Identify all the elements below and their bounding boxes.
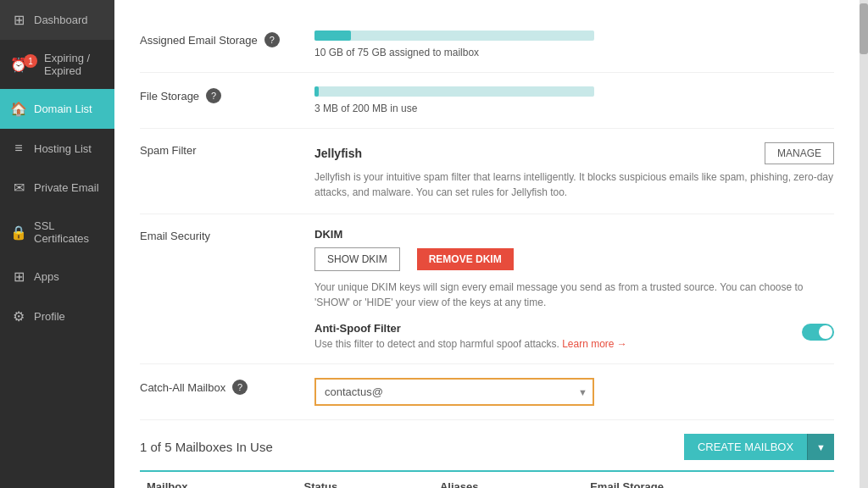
file-storage-row: File Storage ? 3 MB of 200 MB in use (140, 73, 834, 129)
sidebar-item-expiring[interactable]: ⏰ 1 Expiring / Expired (0, 40, 114, 89)
dashboard-icon: ⊞ (10, 12, 27, 28)
sidebar-item-label: Private Email (34, 181, 99, 194)
email-storage-text: 10 GB of 75 GB assigned to mailbox (314, 47, 479, 58)
dkim-buttons: SHOW DKIM REMOVE DKIM (314, 247, 834, 271)
sidebar-item-apps[interactable]: ⊞ Apps (0, 257, 114, 297)
learn-more-link[interactable]: Learn more → (562, 338, 627, 350)
antispoof-desc: Use this filter to detect and stop harmf… (314, 338, 793, 350)
mailboxes-header: 1 of 5 Mailboxes In Use CREATE MAILBOX ▼ (140, 420, 834, 470)
sidebar-item-label: SSL Certificates (34, 219, 104, 245)
email-security-label: Email Security (140, 228, 301, 242)
sidebar-item-label: Apps (34, 270, 59, 283)
col-email-storage: Email Storage (583, 471, 834, 488)
spam-filter-content: Jellyfish MANAGE Jellyfish is your intui… (314, 142, 834, 200)
mailbox-table: Mailbox Status Aliases Email Storage 0.0… (140, 470, 834, 488)
antispoof-row: Anti-Spoof Filter Use this filter to det… (314, 322, 834, 350)
sidebar-item-label: Expiring / Expired (44, 52, 104, 77)
scrollbar[interactable] (860, 0, 868, 488)
sidebar-item-label: Domain List (34, 103, 92, 115)
mailboxes-count: 1 of 5 Mailboxes In Use (140, 440, 273, 454)
sidebar-item-dashboard[interactable]: ⊞ Dashboard (0, 0, 114, 40)
file-storage-help-icon[interactable]: ? (206, 88, 221, 103)
assigned-email-storage-row: Assigned Email Storage ? 10 GB of 75 GB … (140, 17, 834, 73)
email-icon: ✉ (10, 180, 27, 196)
col-aliases: Aliases (433, 471, 583, 488)
main-content: Assigned Email Storage ? 10 GB of 75 GB … (114, 0, 860, 488)
expiring-badge: 1 (24, 54, 37, 68)
spam-filter-row: Spam Filter Jellyfish MANAGE Jellyfish i… (140, 129, 834, 214)
create-mailbox-button-group: CREATE MAILBOX ▼ (684, 434, 834, 460)
catch-all-help-icon[interactable]: ? (232, 380, 248, 395)
antispoof-text: Anti-Spoof Filter Use this filter to det… (314, 322, 793, 350)
assigned-email-help-icon[interactable]: ? (264, 32, 280, 47)
toggle-knob (819, 325, 832, 339)
sidebar-item-label: Dashboard (34, 14, 88, 26)
domain-icon: 🏠 (10, 101, 27, 117)
expiring-icon-wrap: ⏰ 1 (10, 57, 37, 73)
manage-button[interactable]: MANAGE (765, 142, 834, 164)
catch-all-content: contactus@ ▼ (314, 378, 834, 406)
catch-all-select-wrap: contactus@ ▼ (314, 378, 594, 406)
spam-filter-name: Jellyfish (314, 147, 362, 160)
sidebar-item-hosting-list[interactable]: ≡ Hosting List (0, 129, 114, 168)
sidebar-item-label: Hosting List (34, 142, 92, 155)
apps-icon: ⊞ (10, 269, 27, 285)
sidebar: ⊞ Dashboard ⏰ 1 Expiring / Expired 🏠 Dom… (0, 0, 114, 488)
file-storage-text: 3 MB of 200 MB in use (314, 103, 417, 114)
file-storage-progress-bar (314, 86, 594, 97)
remove-dkim-button[interactable]: REMOVE DKIM (417, 248, 514, 270)
sidebar-item-domain-list[interactable]: 🏠 Domain List (0, 89, 114, 129)
dkim-title: DKIM (314, 228, 834, 241)
show-dkim-button[interactable]: SHOW DKIM (314, 247, 400, 271)
catch-all-mailbox-row: Catch-All Mailbox ? contactus@ ▼ (140, 364, 834, 420)
email-storage-progress-bar (314, 30, 594, 41)
hosting-icon: ≡ (10, 141, 27, 156)
dkim-desc: Your unique DKIM keys will sign every em… (314, 280, 834, 310)
sidebar-item-profile[interactable]: ⚙ Profile (0, 297, 114, 336)
catch-all-select[interactable]: contactus@ (314, 378, 594, 406)
scrollbar-thumb[interactable] (860, 3, 868, 54)
antispoof-toggle[interactable] (802, 324, 834, 341)
spam-filter-label: Spam Filter (140, 142, 301, 157)
col-mailbox: Mailbox (140, 471, 297, 488)
create-mailbox-dropdown-button[interactable]: ▼ (807, 434, 834, 460)
file-storage-progress-fill (314, 86, 319, 97)
sidebar-item-label: Profile (34, 310, 65, 323)
spam-filter-desc: Jellyfish is your intuitive spam filter … (314, 169, 834, 200)
spam-filter-header: Jellyfish MANAGE (314, 142, 834, 164)
assigned-email-storage-content: 10 GB of 75 GB assigned to mailbox (314, 30, 834, 58)
catch-all-label: Catch-All Mailbox ? (140, 378, 301, 395)
profile-icon: ⚙ (10, 308, 27, 324)
file-storage-content: 3 MB of 200 MB in use (314, 86, 834, 114)
email-security-row: Email Security DKIM SHOW DKIM REMOVE DKI… (140, 214, 834, 364)
assigned-email-storage-label: Assigned Email Storage ? (140, 30, 301, 47)
email-security-content: DKIM SHOW DKIM REMOVE DKIM Your unique D… (314, 228, 834, 350)
col-status: Status (297, 471, 433, 488)
sidebar-item-private-email[interactable]: ✉ Private Email (0, 168, 114, 208)
file-storage-label: File Storage ? (140, 86, 301, 103)
antispoof-title: Anti-Spoof Filter (314, 322, 793, 335)
create-mailbox-button[interactable]: CREATE MAILBOX (684, 434, 807, 460)
sidebar-item-ssl[interactable]: 🔒 SSL Certificates (0, 208, 114, 257)
ssl-icon: 🔒 (10, 225, 27, 241)
email-storage-progress-fill (314, 30, 351, 41)
